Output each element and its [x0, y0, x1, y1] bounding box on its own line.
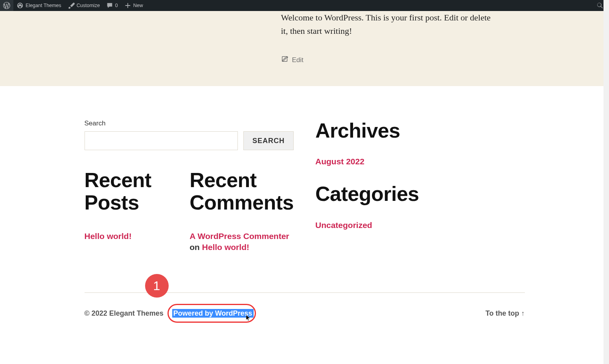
recent-posts-heading: Recent Posts	[85, 169, 168, 214]
admin-bar-left: Elegant Themes Customize 0 New	[0, 0, 146, 11]
wordpress-icon	[3, 2, 10, 9]
site-name-label: Elegant Themes	[26, 3, 61, 8]
comment-on-text: on	[190, 243, 200, 252]
search-icon	[596, 2, 603, 9]
category-link[interactable]: Uncategorized	[315, 221, 372, 230]
recent-comments-list: A WordPress Commenter on Hello world!	[190, 231, 294, 253]
list-item: Hello world!	[85, 231, 168, 242]
post-body-text: Welcome to WordPress. This is your first…	[281, 11, 493, 38]
to-top-link[interactable]: To the top ↑	[486, 309, 525, 318]
footer-col-right: Archives August 2022 Categories Uncatego…	[315, 119, 525, 255]
search-form: SEARCH	[85, 131, 294, 150]
footer-widgets-inner: Search SEARCH Recent Posts Hello world! …	[85, 119, 525, 255]
wp-admin-bar: Elegant Themes Customize 0 New	[0, 0, 609, 11]
recent-comments-widget: Recent Comments A WordPress Commenter on…	[190, 169, 294, 255]
post-content-area: Welcome to WordPress. This is your first…	[0, 11, 609, 86]
to-top-label: To the top ↑	[486, 309, 525, 318]
search-input[interactable]	[85, 131, 238, 150]
comment-author-link[interactable]: A WordPress Commenter	[190, 232, 289, 241]
copyright-prefix: © 2022	[85, 309, 109, 317]
archives-heading: Archives	[315, 119, 525, 142]
archive-link[interactable]: August 2022	[315, 157, 364, 166]
edit-post-link[interactable]: Edit	[281, 55, 304, 64]
comment-post-link[interactable]: Hello world!	[202, 243, 249, 252]
comments-menu[interactable]: 0	[103, 0, 121, 11]
dashboard-icon	[17, 2, 24, 9]
edit-icon	[281, 55, 288, 64]
scrollbar-track[interactable]	[603, 0, 609, 364]
plus-icon	[124, 2, 131, 9]
copyright-text: © 2022 Elegant Themes	[85, 309, 164, 318]
customize-menu[interactable]: Customize	[64, 0, 103, 11]
footer-bottom-left: © 2022 Elegant Themes Powered by WordPre…	[85, 309, 254, 318]
recent-comments-heading: Recent Comments	[190, 169, 294, 214]
search-button[interactable]: SEARCH	[243, 131, 294, 150]
footer-bottom: © 2022 Elegant Themes Powered by WordPre…	[85, 293, 525, 334]
search-widget-label: Search	[85, 119, 294, 127]
annotation-badge-number: 1	[153, 279, 160, 293]
footer-widgets: Search SEARCH Recent Posts Hello world! …	[0, 86, 609, 334]
site-name-menu[interactable]: Elegant Themes	[13, 0, 64, 11]
archives-widget: Archives August 2022	[315, 119, 525, 166]
customize-label: Customize	[77, 3, 100, 8]
new-content-menu[interactable]: New	[121, 0, 146, 11]
post-content-inner: Welcome to WordPress. This is your first…	[116, 11, 493, 64]
footer-bottom-wrap: © 2022 Elegant Themes Powered by WordPre…	[0, 292, 609, 334]
recent-posts-list: Hello world!	[85, 231, 168, 242]
categories-heading: Categories	[315, 183, 525, 205]
categories-widget: Categories Uncategorized	[315, 183, 525, 230]
comments-count: 0	[115, 3, 118, 8]
list-item: A WordPress Commenter on Hello world!	[190, 231, 294, 253]
powered-by-link[interactable]: Powered by WordPress	[172, 309, 254, 318]
recent-post-link[interactable]: Hello world!	[85, 232, 132, 241]
wp-logo-menu[interactable]	[0, 0, 13, 11]
annotation-badge: 1	[145, 274, 169, 298]
new-label: New	[133, 3, 143, 8]
footer-col-left: Search SEARCH Recent Posts Hello world! …	[85, 119, 294, 255]
footer-left-row2: Recent Posts Hello world! Recent Comment…	[85, 169, 294, 255]
recent-posts-widget: Recent Posts Hello world!	[85, 169, 168, 255]
comment-icon	[106, 2, 113, 9]
footer-site-link[interactable]: Elegant Themes	[109, 309, 164, 317]
brush-icon	[68, 2, 75, 9]
edit-label: Edit	[292, 56, 304, 64]
